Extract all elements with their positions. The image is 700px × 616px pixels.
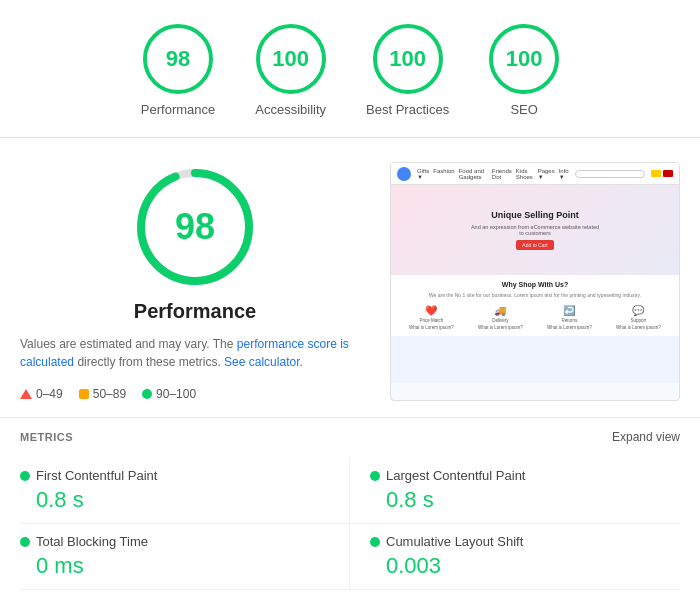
feature-sub-1: What is Lorem ipsum? <box>478 325 523 330</box>
feature-icon-1: 🚚 <box>494 305 506 316</box>
metric-cls: Cumulative Layout Shift 0.003 <box>350 524 680 590</box>
mock-header: Gifts ▼ Fashion Food and Gadgets Friends… <box>391 163 679 185</box>
average-range: 50–89 <box>93 387 126 401</box>
mock-search-bar <box>575 170 645 178</box>
seo-circle: 100 <box>489 24 559 94</box>
best-practices-circle: 100 <box>373 24 443 94</box>
pass-icon <box>142 389 152 399</box>
feature-icon-3: 💬 <box>632 305 644 316</box>
performance-circle: 98 <box>143 24 213 94</box>
performance-value: 98 <box>166 46 190 72</box>
big-score-title: Performance <box>134 300 256 323</box>
metric-fcp-label-row: First Contentful Paint <box>20 468 329 483</box>
expand-view-button[interactable]: Expand view <box>612 430 680 444</box>
metric-lcp-label-row: Largest Contentful Paint <box>370 468 680 483</box>
metric-tbt-label: Total Blocking Time <box>36 534 148 549</box>
calculator-link[interactable]: See calculator. <box>224 355 303 369</box>
screenshot-panel: Gifts ▼ Fashion Food and Gadgets Friends… <box>390 162 680 401</box>
mock-hero-button: Add to Cart <box>516 240 553 250</box>
mock-section: Why Shop With Us? We are the No 1 site f… <box>391 275 679 336</box>
nav-item-7: Info ▼ <box>559 168 569 180</box>
description-text-2: directly from these metrics. <box>74 355 224 369</box>
big-score-circle: 98 <box>130 162 260 292</box>
fail-icon <box>20 389 32 399</box>
metric-tbt-value: 0 ms <box>36 553 329 579</box>
metric-lcp: Largest Contentful Paint 0.8 s <box>350 458 680 524</box>
mock-feature-1: 🚚 Delivery What is Lorem ipsum? <box>478 305 523 330</box>
feature-label-2: Returns <box>562 318 578 323</box>
best-practices-value: 100 <box>389 46 426 72</box>
metric-cls-value: 0.003 <box>386 553 680 579</box>
feature-sub-0: What is Lorem ipsum? <box>409 325 454 330</box>
mock-section-text: We are the No 1 site for our business. L… <box>397 292 673 299</box>
nav-item-3: Food and Gadgets <box>459 168 488 180</box>
left-panel: 98 Performance Values are estimated and … <box>20 162 370 401</box>
metric-cls-dot <box>370 537 380 547</box>
metrics-title: METRICS <box>20 431 73 443</box>
legend-average: 50–89 <box>79 387 126 401</box>
mock-feature-2: ↩️ Returns What is Lorem ipsum? <box>547 305 592 330</box>
metric-lcp-dot <box>370 471 380 481</box>
nav-item-5: Kids Shoes <box>516 168 534 180</box>
screenshot-mockup: Gifts ▼ Fashion Food and Gadgets Friends… <box>391 163 679 383</box>
feature-label-1: Delivery <box>492 318 508 323</box>
feature-label-3: Support <box>631 318 647 323</box>
metric-lcp-label: Largest Contentful Paint <box>386 468 525 483</box>
flag-2 <box>663 170 673 177</box>
nav-item-4: Friends Dot <box>492 168 512 180</box>
mock-hero-title: Unique Selling Point <box>491 210 579 220</box>
seo-label: SEO <box>510 102 537 117</box>
mock-hero-sub: And an expression from eCommerce website… <box>470 224 600 236</box>
flag-1 <box>651 170 661 177</box>
nav-item-2: Fashion <box>433 168 454 180</box>
top-scores-row: 98 Performance 100 Accessibility 100 Bes… <box>0 0 700 137</box>
metrics-header: METRICS Expand view <box>20 430 680 444</box>
score-performance[interactable]: 98 Performance <box>141 24 215 117</box>
big-score-container: 98 Performance <box>20 162 370 323</box>
legend: 0–49 50–89 90–100 <box>20 387 370 401</box>
performance-label: Performance <box>141 102 215 117</box>
nav-item-1: Gifts ▼ <box>417 168 429 180</box>
mock-feature-0: ❤️ Price Match What is Lorem ipsum? <box>409 305 454 330</box>
best-practices-label: Best Practices <box>366 102 449 117</box>
seo-value: 100 <box>506 46 543 72</box>
accessibility-label: Accessibility <box>255 102 326 117</box>
metric-tbt-label-row: Total Blocking Time <box>20 534 329 549</box>
metric-tbt: Total Blocking Time 0 ms <box>20 524 350 590</box>
big-score-number: 98 <box>175 206 215 248</box>
main-content: 98 Performance Values are estimated and … <box>0 138 700 417</box>
accessibility-circle: 100 <box>256 24 326 94</box>
mock-flags <box>651 170 673 177</box>
legend-pass: 90–100 <box>142 387 196 401</box>
feature-icon-2: ↩️ <box>563 305 575 316</box>
metric-lcp-value: 0.8 s <box>386 487 680 513</box>
feature-label-0: Price Match <box>420 318 444 323</box>
mock-section-title: Why Shop With Us? <box>397 281 673 288</box>
metric-fcp-value: 0.8 s <box>36 487 329 513</box>
metric-cls-label: Cumulative Layout Shift <box>386 534 523 549</box>
score-accessibility[interactable]: 100 Accessibility <box>255 24 326 117</box>
metric-cls-label-row: Cumulative Layout Shift <box>370 534 680 549</box>
score-seo[interactable]: 100 SEO <box>489 24 559 117</box>
legend-fail: 0–49 <box>20 387 63 401</box>
score-best-practices[interactable]: 100 Best Practices <box>366 24 449 117</box>
mock-feature-3: 💬 Support What is Lorem ipsum? <box>616 305 661 330</box>
feature-sub-2: What is Lorem ipsum? <box>547 325 592 330</box>
mock-nav: Gifts ▼ Fashion Food and Gadgets Friends… <box>417 168 569 180</box>
nav-item-6: Pages ▼ <box>538 168 555 180</box>
mock-hero: Unique Selling Point And an expression f… <box>391 185 679 275</box>
mock-logo <box>397 167 411 181</box>
score-description: Values are estimated and may vary. The p… <box>20 335 370 371</box>
metrics-grid: First Contentful Paint 0.8 s Largest Con… <box>20 458 680 590</box>
metric-fcp-dot <box>20 471 30 481</box>
feature-icon-0: ❤️ <box>425 305 437 316</box>
feature-sub-3: What is Lorem ipsum? <box>616 325 661 330</box>
accessibility-value: 100 <box>272 46 309 72</box>
fail-range: 0–49 <box>36 387 63 401</box>
pass-range: 90–100 <box>156 387 196 401</box>
description-text-1: Values are estimated and may vary. The <box>20 337 237 351</box>
metric-fcp-label: First Contentful Paint <box>36 468 157 483</box>
average-icon <box>79 389 89 399</box>
metric-tbt-dot <box>20 537 30 547</box>
metric-fcp: First Contentful Paint 0.8 s <box>20 458 350 524</box>
